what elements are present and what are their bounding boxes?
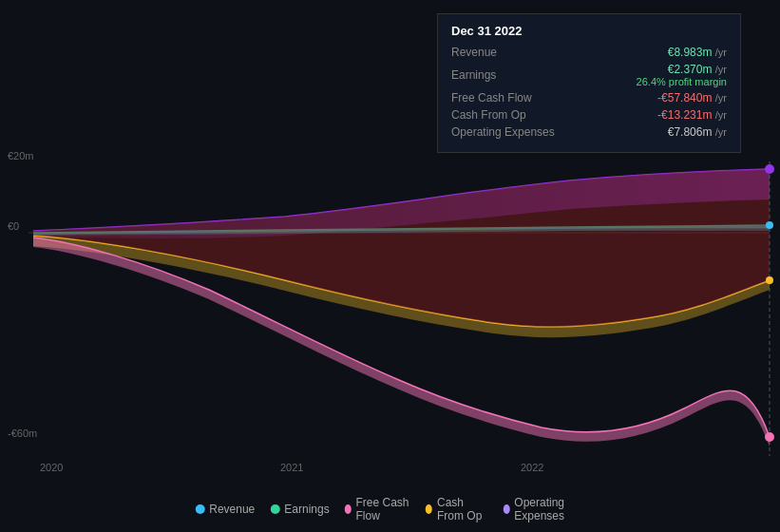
tooltip-label-cashfromop: Cash From Op [451,108,556,122]
tooltip-value-fcf: -€57.840m /yr [657,91,727,104]
tooltip-row-cashfromop: Cash From Op -€13.231m /yr [451,108,727,122]
legend: Revenue Earnings Free Cash Flow Cash Fro… [195,496,585,522]
legend-item-earnings[interactable]: Earnings [270,503,329,516]
tooltip-label-earnings: Earnings [451,68,556,82]
tooltip-value-earnings-group: €2.370m /yr 26.4% profit margin [637,63,727,87]
tooltip-label-opex: Operating Expenses [451,125,556,139]
legend-label-revenue: Revenue [209,503,255,516]
legend-dot-earnings [270,504,279,514]
tooltip-label-revenue: Revenue [451,46,556,59]
tooltip-value-earnings: €2.370m /yr [668,63,727,76]
tooltip-label-fcf: Free Cash Flow [451,91,556,104]
legend-dot-opex [503,504,509,514]
svg-point-4 [766,276,773,284]
tooltip-row-earnings: Earnings €2.370m /yr 26.4% profit margin [451,63,727,87]
tooltip-value-cashfromop: -€13.231m /yr [657,108,727,122]
tooltip-value-revenue: €8.983m /yr [668,46,727,59]
legend-item-revenue[interactable]: Revenue [195,503,255,516]
legend-item-cashfromop[interactable]: Cash From Op [426,496,487,522]
legend-label-earnings: Earnings [284,503,329,516]
tooltip-profit-margin: 26.4% profit margin [637,76,727,87]
legend-label-cashfromop: Cash From Op [437,496,488,522]
chart-container: Dec 31 2022 Revenue €8.983m /yr Earnings… [0,0,780,532]
legend-label-fcf: Free Cash Flow [355,496,410,522]
legend-item-opex[interactable]: Operating Expenses [503,496,584,522]
svg-point-2 [765,164,774,174]
svg-point-5 [765,432,774,442]
tooltip-row-revenue: Revenue €8.983m /yr [451,46,727,59]
legend-item-fcf[interactable]: Free Cash Flow [345,496,411,522]
tooltip-row-fcf: Free Cash Flow -€57.840m /yr [451,91,727,104]
tooltip-value-opex: €7.806m /yr [668,125,727,139]
legend-dot-cashfromop [426,504,432,514]
legend-label-opex: Operating Expenses [514,496,584,522]
tooltip-date: Dec 31 2022 [451,24,727,38]
tooltip-box: Dec 31 2022 Revenue €8.983m /yr Earnings… [437,13,741,153]
tooltip-row-opex: Operating Expenses €7.806m /yr [451,125,727,139]
legend-dot-revenue [195,504,204,514]
legend-dot-fcf [345,504,352,514]
svg-point-3 [766,221,773,229]
